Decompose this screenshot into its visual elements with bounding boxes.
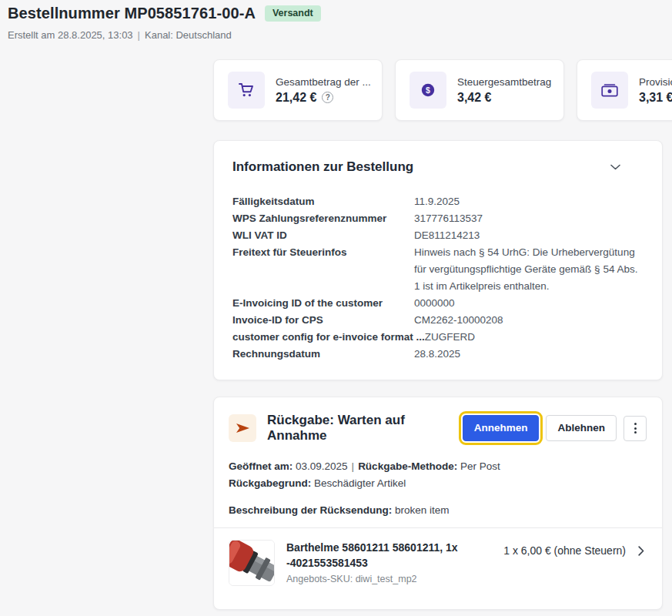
chevron-down-icon (610, 164, 620, 170)
return-arrow-icon (229, 414, 256, 442)
opened-value: 03.09.2025 (296, 460, 348, 472)
kebab-menu-button[interactable] (624, 416, 647, 441)
info-row: WPS Zahlungsreferenznummer 317776113537 (232, 210, 644, 227)
page-title: Bestellnummer MP05851761-00-A (8, 5, 256, 22)
info-row: WLI VAT ID DE811214213 (232, 227, 644, 244)
stat-label: Steuergesamtbetrag (457, 76, 551, 88)
product-sku: Angebots-SKU: diwi_test_mp2 (286, 574, 502, 584)
product-image (229, 540, 275, 586)
description-label: Beschreibung der Rücksendung: (229, 504, 392, 516)
meta-separator: | (352, 460, 355, 472)
order-info-card: Informationen zur Bestellung Fälligkeits… (213, 140, 663, 380)
dollar-circle-icon: $ (410, 72, 446, 109)
method-label: Rückgabe-Methode: (358, 460, 457, 472)
info-row: Fälligkeitsdatum 11.9.2025 (232, 193, 644, 210)
stat-label: Provision (639, 76, 672, 88)
product-title: Barthelme 58601211 58601211, 1x -4021553… (286, 540, 502, 571)
cart-icon (228, 72, 265, 109)
stat-cards-row: Gesamtbetrag der ... 21,42 € ? $ Steuerg… (213, 59, 672, 121)
collapse-section-button[interactable] (607, 162, 624, 172)
accept-return-button[interactable]: Annehmen (463, 415, 540, 441)
info-row: E-Invoicing ID of the customer 0000000 (232, 295, 644, 312)
stat-label: Gesamtbetrag der ... (276, 76, 371, 88)
stat-card-tax: $ Steuergesamtbetrag 3,42 € (395, 59, 564, 121)
info-row: Freitext für Steuerinfos Hinweis nach § … (232, 244, 644, 295)
svg-text:$: $ (426, 85, 430, 95)
chevron-right-icon[interactable] (638, 546, 644, 556)
reason-value: Beschädigter Artikel (314, 477, 406, 489)
product-price: 1 x 6,00 € (ohne Steuern) (503, 544, 626, 557)
info-row: Rechnungsdatum 28.8.2025 (232, 346, 644, 363)
banknote-icon (591, 72, 628, 109)
reason-label: Rückgabegrund: (229, 477, 311, 489)
return-title: Rückgabe: Warten auf Annahme (267, 413, 463, 444)
order-info-title: Informationen zur Bestellung (232, 159, 413, 175)
help-icon[interactable]: ? (322, 92, 333, 103)
opened-label: Geöffnet am: (229, 460, 293, 472)
stat-value: 21,42 € (276, 91, 316, 105)
channel-label: Kanal: Deutschland (145, 29, 232, 41)
stat-value: 3,42 € (457, 91, 491, 105)
return-meta: Geöffnet am: 03.09.2025|Rückgabe-Methode… (229, 458, 647, 492)
stat-card-commission: Provision 3,31 € (577, 59, 672, 121)
page-subtitle: Erstellt am 28.8.2025, 13:03|Kanal: Deut… (8, 29, 321, 41)
info-row: Invoice-ID for CPS CM2262-10000208 (232, 312, 644, 329)
info-row: customer config for e-invoice format ...… (232, 329, 644, 346)
product-row[interactable]: Barthelme 58601211 58601211, 1x -4021553… (229, 528, 647, 586)
return-card: Rückgabe: Warten auf Annahme Annehmen Ab… (213, 397, 663, 610)
order-detail-page: Bestellnummer MP05851761-00-A Versandt E… (0, 0, 672, 616)
page-header: Bestellnummer MP05851761-00-A Versandt E… (8, 5, 321, 41)
method-value: Per Post (460, 460, 500, 472)
subtitle-separator: | (138, 29, 140, 41)
created-date: Erstellt am 28.8.2025, 13:03 (8, 29, 133, 41)
status-badge: Versandt (265, 5, 321, 22)
stat-card-total: Gesamtbetrag der ... 21,42 € ? (213, 59, 383, 121)
reject-return-button[interactable]: Ablehnen (546, 415, 617, 441)
description-value: broken item (395, 504, 450, 516)
stat-value: 3,31 € (639, 91, 672, 105)
return-description: Beschreibung der Rücksendung: broken ite… (229, 504, 647, 516)
